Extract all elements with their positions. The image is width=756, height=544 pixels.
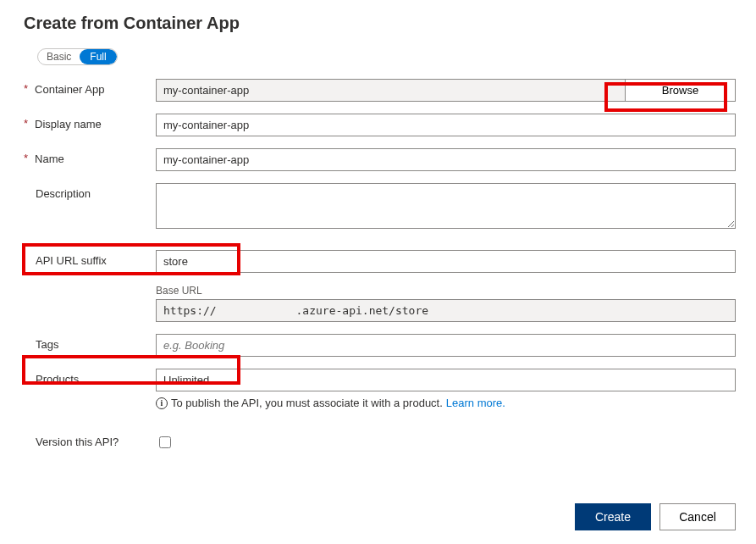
api-url-suffix-label: API URL suffix [36,254,107,267]
info-icon: i [156,397,168,409]
required-icon: * [24,83,28,94]
name-label: Name [35,153,64,165]
required-icon: * [24,118,28,129]
display-name-field[interactable] [156,114,736,136]
products-field[interactable] [156,369,736,391]
api-url-suffix-field[interactable] [156,250,736,273]
description-label: Description [36,187,91,200]
required-icon: * [24,153,28,164]
browse-button[interactable]: Browse [626,79,736,102]
base-url-label: Base URL [156,285,736,297]
version-api-label: Version this API? [36,436,119,448]
base-url-field [156,299,736,322]
name-field[interactable] [156,148,736,171]
products-hint: To publish the API, you must associate i… [171,397,443,409]
view-toggle[interactable]: Basic Full [37,48,118,65]
tags-label: Tags [36,338,58,351]
container-app-label: Container App [35,83,104,96]
tags-field[interactable] [156,334,736,357]
page-title: Create from Container App [24,14,736,33]
learn-more-link[interactable]: Learn more. [446,397,505,409]
toggle-basic[interactable]: Basic [38,49,80,64]
container-app-field [156,79,626,102]
cancel-button[interactable]: Cancel [659,503,736,530]
products-label: Products [36,373,79,386]
display-name-label: Display name [35,118,102,130]
toggle-full[interactable]: Full [80,49,116,64]
version-api-checkbox[interactable] [159,436,171,448]
description-field[interactable] [156,183,736,229]
create-button[interactable]: Create [575,503,651,530]
